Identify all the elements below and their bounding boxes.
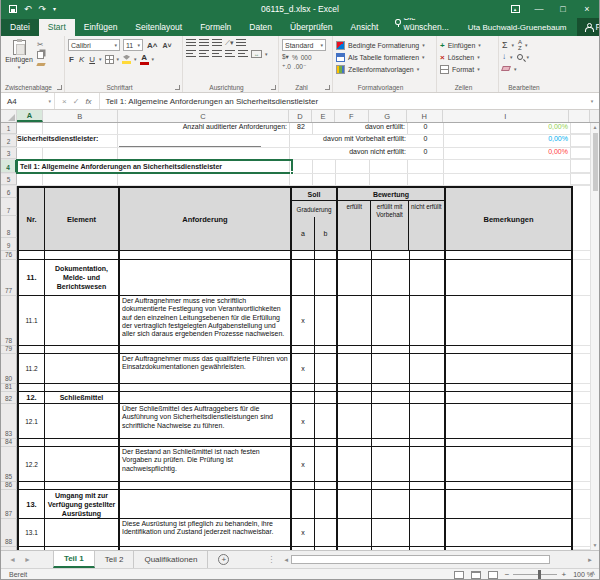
minimize-icon[interactable]: — [527, 0, 551, 18]
save-icon[interactable] [9, 5, 17, 13]
new-sheet-button[interactable]: + [218, 551, 229, 568]
section-nr-cell[interactable]: 11. [19, 260, 45, 295]
delete-cells-button[interactable]: × Löschen▾ [440, 51, 496, 63]
cell-styles-button[interactable]: Zellenformatvorlagen▾ [336, 63, 434, 75]
insert-function-icon[interactable]: fx [85, 97, 91, 106]
zoom-in-icon[interactable]: + [561, 571, 566, 579]
underline-button[interactable]: U [88, 55, 96, 64]
column-header-h[interactable]: H [407, 110, 443, 122]
scroll-left-icon[interactable]: ◄ [281, 557, 291, 563]
column-header-d[interactable]: D [289, 110, 312, 122]
align-top-icon[interactable] [186, 39, 196, 47]
item-nr-cell[interactable]: 11.1 [19, 296, 45, 345]
column-header-b[interactable]: B [43, 110, 118, 122]
font-size-select[interactable]: 11▾ [123, 39, 143, 51]
alignment-dialog-launcher-icon[interactable] [271, 85, 276, 90]
tab-datei[interactable]: Datei [1, 19, 39, 36]
notfulfilled-label-cell[interactable]: davon nicht erfüllt: [290, 148, 408, 159]
name-box[interactable]: A4 ▾ [1, 93, 55, 109]
zoom-slider-thumb[interactable] [538, 570, 541, 579]
column-header-f[interactable]: F [335, 110, 369, 122]
tab-einfuegen[interactable]: Einfügen [75, 19, 127, 36]
section-title-cell[interactable]: Teil 1: Allgemeine Anforderungen an Sich… [17, 160, 290, 173]
tab-daten[interactable]: Daten [240, 19, 281, 36]
font-color-icon[interactable]: A [140, 54, 149, 65]
format-as-table-button[interactable]: Als Tabelle formatieren▾ [336, 51, 434, 63]
item-grade-a-cell[interactable]: x [292, 404, 315, 438]
fulfilled-pct-cell[interactable]: 0,00% [444, 123, 571, 134]
item-nr-cell[interactable]: 11.2 [19, 354, 45, 383]
wrap-text-icon[interactable] [236, 39, 246, 47]
section-nr-cell[interactable]: 13. [19, 490, 45, 518]
item-text-cell[interactable]: Diese Ausrüstung ist pfleglich zu behand… [120, 519, 292, 546]
close-icon[interactable]: × [575, 0, 599, 18]
grow-font-icon[interactable]: A˄ [146, 41, 158, 50]
notfulfilled-pct-cell[interactable]: 0,00% [444, 148, 571, 159]
decrease-indent-icon[interactable] [225, 50, 235, 58]
column-header-c[interactable]: C [118, 110, 289, 122]
item-text-cell[interactable]: Über Schließmittel des Auftraggebers für… [120, 404, 292, 438]
ribbon-display-options-icon[interactable]: ▴ [503, 0, 527, 18]
section-element-cell[interactable]: Umgang mit zur Verfügung gestellter Ausr… [45, 490, 120, 518]
tab-seitenlayout[interactable]: Seitenlayout [126, 19, 191, 36]
item-grade-a-cell[interactable]: x [292, 447, 315, 481]
qat-customize-icon[interactable]: ▾ [53, 5, 56, 14]
column-header-j[interactable] [569, 110, 590, 122]
name-box-dropdown-icon[interactable]: ▾ [48, 98, 51, 104]
tab-ueberpruefen[interactable]: Überprüfen [281, 19, 342, 36]
sheet-tab-teil1[interactable]: Teil 1 [53, 551, 95, 568]
accounting-format-icon[interactable]: $▾ [282, 53, 289, 61]
partly-pct-cell[interactable]: 0,00% [444, 135, 571, 147]
partly-label-cell[interactable]: davon mit Vorbehalt erfüllt: [290, 135, 408, 147]
copy-icon[interactable] [37, 51, 44, 59]
increase-decimal-icon[interactable]: ⁺.0 [282, 63, 291, 71]
format-cells-button[interactable]: Format▾ [440, 63, 496, 75]
count-value-cell[interactable]: 82 [290, 123, 313, 134]
undo-icon[interactable]: ↶ [24, 5, 32, 14]
borders-icon[interactable] [105, 55, 114, 64]
redo-icon[interactable]: ↷ [39, 5, 47, 14]
select-all-corner[interactable] [1, 110, 17, 122]
enter-icon[interactable]: ✓ [73, 97, 80, 106]
vertical-scroll-thumb[interactable] [593, 133, 598, 191]
fill-icon[interactable]: ↓ [502, 52, 506, 61]
item-text-cell[interactable]: Der Bestand an Schließmittel ist nach fe… [120, 447, 292, 481]
orientation-icon[interactable]: ⟋▾ [225, 39, 233, 47]
merge-center-icon[interactable]: ↔ [251, 50, 262, 58]
align-bottom-icon[interactable] [212, 39, 222, 47]
sheet-nav-right-icon[interactable]: ► [24, 556, 31, 563]
item-nr-cell[interactable]: 12.2 [19, 447, 45, 481]
count-label-cell[interactable]: Anzahl auditierter Anforderungen: [118, 123, 290, 134]
shrink-font-icon[interactable]: A˅ [161, 42, 172, 49]
zoom-out-icon[interactable]: − [505, 571, 510, 579]
fill-color-icon[interactable] [122, 55, 131, 64]
tab-ansicht[interactable]: Ansicht [342, 19, 388, 36]
sheet-tab-qualifikationen[interactable]: Qualifikationen [134, 551, 208, 568]
column-header-e[interactable]: E [312, 110, 335, 122]
column-header-a[interactable]: A [17, 110, 43, 122]
align-middle-icon[interactable] [199, 39, 209, 47]
provider-input-cell[interactable] [118, 135, 290, 147]
comma-style-icon[interactable]: 000 [301, 54, 312, 61]
sheet-nav-left-icon[interactable]: ◄ [9, 556, 16, 563]
item-nr-cell[interactable]: 12.1 [19, 404, 45, 438]
zoom-slider[interactable]: − + [505, 571, 566, 579]
view-normal-icon[interactable] [454, 571, 464, 579]
notfulfilled-value-cell[interactable]: 0 [408, 148, 444, 159]
fulfilled-label-cell[interactable]: davon erfüllt: [336, 123, 408, 134]
column-header-i[interactable]: I [443, 110, 570, 122]
item-grade-a-cell[interactable]: x [292, 519, 315, 546]
provider-label-cell[interactable]: Sicherheitsdienstleister: [17, 135, 118, 147]
item-grade-a-cell[interactable]: x [292, 296, 315, 345]
view-page-layout-icon[interactable] [471, 571, 481, 579]
column-header-g[interactable]: G [369, 110, 407, 122]
align-right-icon[interactable] [212, 50, 222, 58]
formula-bar-expand-icon[interactable]: ▾ [585, 93, 599, 109]
vertical-scrollbar[interactable]: ▲ ▼ [590, 123, 599, 550]
section-element-cell[interactable]: Schließmittel [45, 392, 120, 403]
item-text-cell[interactable]: Der Auftragnehmer muss das qualifizierte… [120, 354, 292, 383]
sort-filter-icon[interactable]: AZ [518, 39, 521, 51]
conditional-formatting-button[interactable]: Bedingte Formatierung▾ [336, 39, 434, 51]
item-text-cell[interactable]: Der Auftragnehmer muss eine schriftlich … [120, 296, 292, 345]
decrease-decimal-icon[interactable]: .00⁻ [294, 63, 306, 71]
